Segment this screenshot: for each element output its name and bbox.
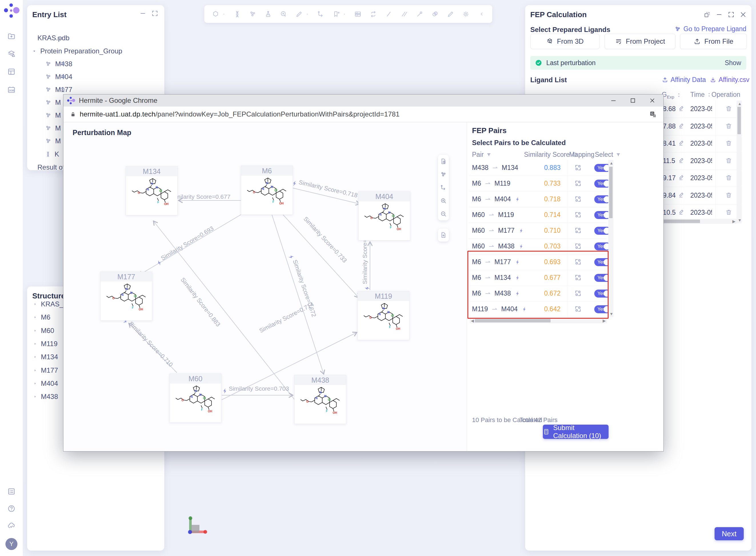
map-node-M6[interactable]: M6 <box>241 166 293 215</box>
slash-tool-icon[interactable] <box>385 10 393 18</box>
mapping-icon[interactable] <box>574 305 582 313</box>
ligand-row[interactable]: 9.842023-05 <box>659 187 742 205</box>
pairs-scrollbar-vertical[interactable]: ▲ ▼ <box>608 160 614 317</box>
minimize-panel-icon[interactable] <box>139 10 146 17</box>
molecule-tool-icon[interactable] <box>249 10 257 18</box>
caret-down-icon[interactable] <box>32 48 37 54</box>
molecule-icon[interactable] <box>440 168 447 181</box>
structure-item[interactable]: M404 <box>33 379 58 388</box>
map-node-M134[interactable]: M134 <box>126 166 178 215</box>
column-pair[interactable]: Pair <box>472 151 492 159</box>
trash-icon[interactable] <box>725 192 732 199</box>
pencil-tool-icon[interactable] <box>295 10 303 18</box>
fep-pair-row[interactable]: M60⇀M1770.710Yes <box>469 223 607 239</box>
entry-list-item[interactable]: M <box>45 137 61 145</box>
user-avatar[interactable]: Y <box>5 538 18 550</box>
column-dg-exp[interactable]: GExp <box>662 91 682 99</box>
gear-tool-icon[interactable] <box>462 10 470 18</box>
cloud-sync-icon[interactable] <box>7 521 16 530</box>
job-window-icon[interactable]: JOB <box>7 86 16 94</box>
caret-right-icon[interactable] <box>33 342 37 346</box>
fep-pair-row[interactable]: M60⇀M1190.714Yes <box>469 207 607 223</box>
dslash-tool-icon[interactable] <box>400 10 408 18</box>
mapping-icon[interactable] <box>574 195 582 203</box>
affinity-csv-link[interactable]: Affinity.csv <box>710 76 749 84</box>
entry-list-item[interactable]: M <box>45 98 61 107</box>
window-maximize-icon[interactable] <box>629 97 636 104</box>
workspace-layout-icon[interactable] <box>7 67 16 76</box>
from-3d-button[interactable]: From 3D <box>530 34 599 49</box>
mapping-icon[interactable] <box>574 180 582 187</box>
dock-panel-icon[interactable] <box>703 11 711 18</box>
fep-pair-row[interactable]: M6⇀M4380.672Yes <box>469 285 607 302</box>
trash-icon[interactable] <box>725 174 732 181</box>
entry-list-item[interactable]: M177 <box>45 85 72 94</box>
entry-list-item[interactable]: M438 <box>45 60 72 68</box>
caret-right-icon[interactable] <box>33 394 37 399</box>
add-entry-icon[interactable] <box>7 32 16 40</box>
affinity-data-link[interactable]: Affinity Data <box>662 76 706 84</box>
mapping-icon[interactable] <box>574 211 582 218</box>
map-node-M119[interactable]: M119 <box>357 291 409 340</box>
ligand-row[interactable]: 11.52023-05 <box>659 152 742 170</box>
ligand-row[interactable]: 8.412023-05 <box>659 135 742 152</box>
trash-icon[interactable] <box>725 105 732 112</box>
mapping-icon[interactable] <box>574 258 582 266</box>
submit-calculation-button[interactable]: Submit Calculation (10) <box>543 425 609 439</box>
edit-icon[interactable] <box>678 140 685 146</box>
eye-closed-icon[interactable] <box>56 34 63 41</box>
caret-down-icon[interactable] <box>342 12 346 16</box>
fep-pair-row[interactable]: M6⇀M4040.718Yes <box>469 191 607 207</box>
hexagon-tool-icon[interactable] <box>212 10 220 18</box>
records-list-icon[interactable] <box>7 487 16 496</box>
trash-icon[interactable] <box>725 140 732 147</box>
pairs-scrollbar-horizontal[interactable]: ◀ ▶ <box>470 318 607 323</box>
entry-list-item[interactable]: M <box>45 111 61 120</box>
ligand-scrollbar-horizontal[interactable]: ▶ <box>659 219 736 224</box>
file-history-icon[interactable] <box>440 155 447 168</box>
map-node-M438[interactable]: M438 <box>294 375 346 424</box>
fep-pair-row[interactable]: M438⇀M1340.883Yes <box>469 160 607 176</box>
caret-right-icon[interactable] <box>33 328 37 333</box>
ligand-row[interactable]: 7.882023-05 <box>659 118 742 135</box>
minimize-panel-icon[interactable] <box>716 11 723 18</box>
file-plus-icon[interactable] <box>440 229 447 242</box>
url-text[interactable]: hermite-uat1.uat.dp.tech/panel?windowKey… <box>80 110 400 118</box>
pencil-tool-icon[interactable] <box>447 10 454 18</box>
edit-icon[interactable] <box>678 157 685 164</box>
map-node-M404[interactable]: M404 <box>358 191 410 240</box>
map-edge[interactable] <box>283 214 359 298</box>
banner-show-link[interactable]: Show <box>725 59 741 67</box>
mapping-icon[interactable] <box>574 289 582 297</box>
go-to-prepare-ligand-link[interactable]: Go to Prepare Ligand <box>674 25 746 33</box>
structure-item[interactable]: M438 <box>33 392 58 401</box>
edit-icon[interactable] <box>678 123 685 129</box>
caret-right-icon[interactable] <box>33 368 37 373</box>
column-time[interactable]: Time <box>690 91 712 99</box>
edit-icon[interactable] <box>678 192 685 198</box>
caret-down-icon[interactable] <box>305 12 309 16</box>
route-tool-icon[interactable] <box>317 10 325 18</box>
circles-tool-icon[interactable] <box>431 10 439 18</box>
structure-item[interactable]: M177 <box>33 366 58 375</box>
structure-item[interactable]: M119 <box>33 340 58 348</box>
next-button[interactable]: Next <box>715 527 744 540</box>
flask-tool-icon[interactable] <box>264 10 272 18</box>
eye-open-icon[interactable] <box>59 73 66 80</box>
help-icon[interactable] <box>7 504 16 513</box>
mapping-icon[interactable] <box>574 274 582 281</box>
fep-pair-row[interactable]: M6⇀M1770.693Yes <box>469 254 607 270</box>
collapse-toolbar-icon[interactable] <box>479 11 485 17</box>
fep-pair-row[interactable]: M6⇀M1190.733Yes <box>469 176 607 192</box>
edit-icon[interactable] <box>678 105 685 112</box>
eye-open-icon[interactable] <box>59 60 66 67</box>
route-icon[interactable] <box>440 181 447 194</box>
expand-panel-icon[interactable] <box>727 11 735 18</box>
entry-list-item[interactable]: K <box>45 150 59 159</box>
map-edge[interactable] <box>272 214 324 374</box>
structure-item[interactable]: M134 <box>33 353 58 361</box>
mapping-icon[interactable] <box>574 227 582 234</box>
fep-pair-row[interactable]: M6⇀M1340.677Yes <box>469 270 607 286</box>
column-select[interactable]: Select <box>595 151 621 159</box>
window-titlebar[interactable]: Hermite - Google Chrome <box>63 95 663 107</box>
